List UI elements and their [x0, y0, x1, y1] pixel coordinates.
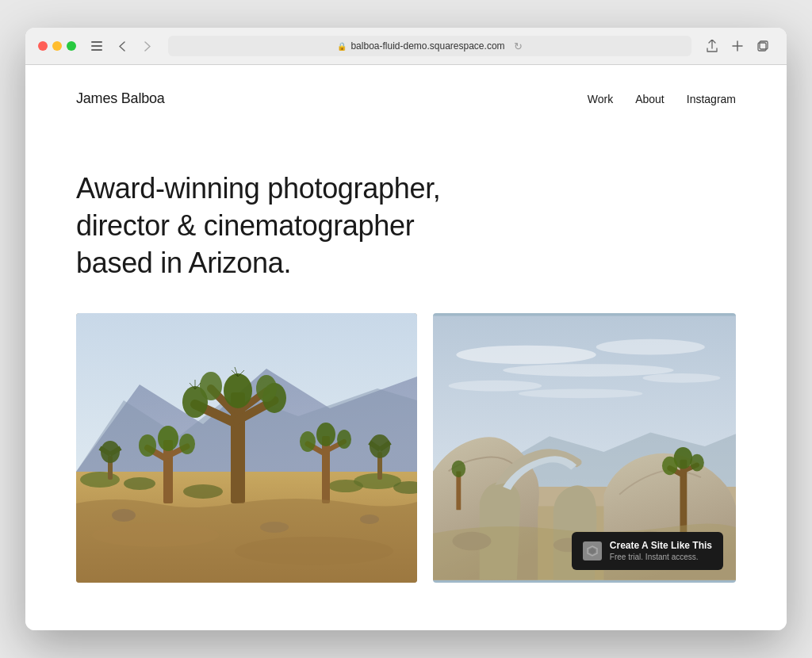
traffic-lights: [38, 41, 76, 51]
svg-point-54: [337, 430, 351, 449]
svg-point-53: [300, 431, 316, 452]
svg-point-14: [124, 477, 155, 490]
tabs-button[interactable]: [752, 37, 774, 55]
hero-headline: Award-winning photographer, director & c…: [76, 170, 441, 281]
site-header: James Balboa Work About Instagram: [25, 65, 787, 123]
squarespace-banner[interactable]: Create A Site Like This Free trial. Inst…: [572, 532, 723, 571]
lock-icon: 🔒: [337, 42, 347, 51]
maximize-button[interactable]: [67, 41, 76, 51]
svg-point-75: [452, 461, 466, 478]
browser-actions: [701, 37, 774, 55]
address-bar[interactable]: 🔒 balboa-fluid-demo.squarespace.com ↻: [168, 36, 691, 56]
svg-point-17: [183, 484, 223, 499]
browser-chrome: 🔒 balboa-fluid-demo.squarespace.com ↻: [25, 28, 787, 65]
svg-point-62: [449, 381, 542, 392]
reload-icon[interactable]: ↻: [514, 40, 523, 52]
sq-banner-subtitle: Free trial. Instant access.: [610, 552, 712, 562]
svg-point-57: [260, 522, 289, 533]
svg-point-47: [139, 434, 156, 457]
sq-banner-title: Create A Site Like This: [610, 540, 712, 553]
svg-rect-1: [91, 45, 102, 47]
hero-section: Award-winning photographer, director & c…: [25, 123, 787, 313]
squarespace-icon: [583, 541, 602, 560]
forward-button[interactable]: [136, 37, 159, 55]
svg-point-46: [158, 426, 178, 451]
svg-point-64: [519, 389, 643, 399]
minimize-button[interactable]: [52, 41, 62, 51]
nav-work[interactable]: Work: [588, 93, 613, 105]
svg-point-55: [112, 509, 136, 522]
svg-point-56: [360, 515, 379, 524]
images-section: Create A Site Like This Free trial. Inst…: [25, 313, 787, 614]
svg-point-52: [316, 423, 335, 446]
share-button[interactable]: [701, 37, 723, 55]
new-tab-button[interactable]: [726, 37, 749, 55]
photo-left: [76, 313, 417, 583]
nav-instagram[interactable]: Instagram: [687, 93, 736, 105]
browser-navigation: [86, 37, 159, 55]
photo-right: Create A Site Like This Free trial. Inst…: [433, 313, 736, 583]
website-content: James Balboa Work About Instagram Award-…: [25, 65, 787, 630]
svg-point-32: [224, 373, 252, 408]
back-button[interactable]: [111, 37, 133, 55]
sidebar-toggle-button[interactable]: [86, 37, 108, 55]
svg-point-48: [179, 434, 195, 454]
svg-point-63: [642, 373, 720, 383]
svg-point-36: [256, 375, 277, 402]
svg-point-13: [80, 472, 120, 488]
svg-point-72: [662, 457, 678, 476]
svg-point-18: [328, 480, 363, 492]
sq-text-block: Create A Site Like This Free trial. Inst…: [610, 540, 712, 563]
svg-rect-0: [91, 41, 102, 43]
svg-point-76: [452, 532, 491, 551]
site-nav: Work About Instagram: [588, 93, 736, 105]
svg-point-34: [200, 372, 222, 400]
svg-point-59: [456, 346, 596, 365]
site-logo[interactable]: James Balboa: [76, 90, 165, 107]
browser-window: 🔒 balboa-fluid-demo.squarespace.com ↻ Ja…: [25, 28, 787, 630]
close-button[interactable]: [38, 41, 48, 51]
svg-point-61: [503, 365, 673, 377]
svg-point-73: [690, 454, 704, 472]
svg-point-60: [596, 339, 705, 355]
nav-about[interactable]: About: [635, 93, 665, 105]
url-text: balboa-fluid-demo.squarespace.com: [350, 40, 504, 52]
svg-rect-2: [91, 49, 102, 51]
